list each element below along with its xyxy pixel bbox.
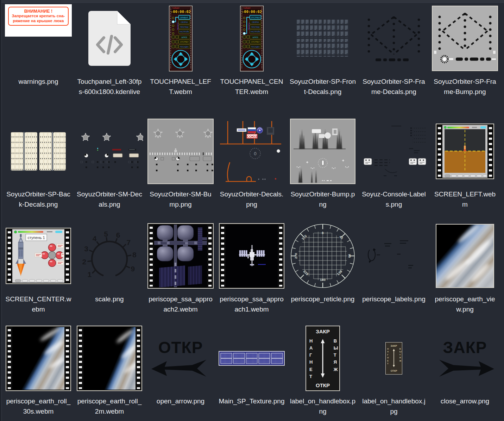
- film-holes: [489, 126, 492, 177]
- earth-roll-2m-thumbnail: [77, 326, 142, 391]
- file-item-approach1[interactable]: periscope_ssa_approach1.webm: [216, 221, 287, 324]
- svg-text:7: 7: [126, 238, 131, 246]
- file-item-orbiter-decals[interactable]: СОЮЗ 0 Soyuz: [216, 117, 287, 221]
- file-item-console-labels[interactable]: Soyuz-Console-Labels.png: [358, 117, 429, 221]
- handlebox-top-label: ЗАКР: [386, 345, 402, 347]
- file-item-earth-roll-30s[interactable]: periscope_earth_roll_30s.webm: [3, 324, 74, 421]
- handlebox-bottom-label: ОТКР: [306, 382, 339, 388]
- svg-text:НАСТРОЙК: НАСТРОЙК: [179, 30, 189, 33]
- screen-center-thumbnail: ступень 1: [6, 228, 71, 284]
- toolbar-bottom-edge: [2, 0, 504, 3]
- file-item-back-decals[interactable]: SoyuzOrbiter-SP-Back-Decals.png: [3, 117, 74, 221]
- svg-text:СБОРКА: СБОРКА: [252, 21, 259, 23]
- file-item-scale[interactable]: 1 2 3 4 5 6 7 8 9 scale.png: [74, 221, 145, 324]
- svg-text:ОРИЕНТ.: ОРИЕНТ.: [180, 16, 188, 18]
- close-arrow-thumbnail: ЗАКР: [435, 339, 495, 377]
- file-item-orbiter-bump[interactable]: SoyuzOrbiter-Bump.png: [287, 117, 358, 221]
- touchpanel-center-thumbnail: ТАЙМЕР -00:00:02 РЕЖИМЫ ОТСТРЕЛ СБОРКА: [240, 6, 264, 71]
- file-item-frame-decals[interactable]: SoyuzOrbiter-SP-Frame-Decals.png: [358, 4, 429, 117]
- svg-text:2: 2: [82, 258, 87, 266]
- file-item-screen-center[interactable]: ступень 1: [3, 221, 74, 324]
- double-arrow-icon: [320, 339, 325, 378]
- handlebox-top-label: ЗАКР: [306, 328, 339, 334]
- valve-icons: [82, 133, 143, 141]
- file-item-earth-roll-2m[interactable]: periscope_earth_roll_2m.webm: [74, 324, 145, 421]
- file-name: Main_SP_Texture.png: [219, 396, 285, 406]
- file-item-handlebox-jpg[interactable]: ЗАКР НАГНЕТ ВЫТЯЖ ОТКР label_on_handlebo…: [358, 324, 429, 421]
- file-item-screen-left[interactable]: SCREEN_LEFT.webm: [429, 117, 500, 221]
- file-name: Touchpanel_Left-30fps-600x1800.kdenlive: [76, 76, 143, 97]
- svg-text:РЕЖИМЫ: РЕЖИМЫ: [248, 23, 250, 30]
- svg-text:5: 5: [104, 230, 108, 238]
- film-holes: [8, 230, 11, 282]
- file-item-sm-bump[interactable]: SoyuzOrbiter-SM-Bump.png: [145, 117, 216, 221]
- file-item-front-decals[interactable]: SoyuzOrbiter-SP-Front-Decals.png: [287, 4, 358, 117]
- svg-text:ступень 1: ступень 1: [27, 235, 45, 240]
- file-item-frame-bump[interactable]: SoyuzOrbiter-SP-Frame-Bump.png: [429, 4, 500, 117]
- file-item-earth-view[interactable]: periscope_earth_view.png: [429, 221, 500, 324]
- file-name: SCREEN_CENTER.webm: [5, 294, 71, 314]
- file-name: SoyuzOrbiter-SM-Bump.png: [147, 189, 214, 209]
- svg-text:6: 6: [116, 231, 120, 239]
- file-name: label_on_handlebox.jpg: [361, 396, 427, 416]
- rotation-arrow-icon: [368, 249, 375, 261]
- file-row: periscope_earth_roll_30s.webm periscope_…: [3, 324, 500, 421]
- handlebox-bottom-label: ОТКР: [386, 370, 402, 372]
- svg-text:-00:00:02: -00:00:02: [171, 10, 191, 14]
- file-row: SoyuzOrbiter-SP-Back-Decals.png: [3, 117, 500, 221]
- double-arrow-icon: [392, 349, 395, 367]
- film-holes: [221, 225, 224, 287]
- file-item-warnings[interactable]: ВНИМАНИЕ ! Запрещается крепить сна- ряже…: [3, 4, 74, 117]
- svg-text:-00:00:02: -00:00:02: [242, 10, 262, 14]
- file-name: warnings.png: [18, 76, 58, 87]
- file-name: SoyuzOrbiter-Bump.png: [290, 189, 356, 209]
- console-labels-thumbnail: [360, 123, 427, 180]
- handlebox-left-label: НАГНЕТ: [309, 338, 312, 380]
- film-holes: [66, 328, 69, 389]
- svg-text:ШЛЮЗ: ШЛЮЗ: [252, 36, 258, 38]
- file-item-close-arrow[interactable]: ЗАКР close_arrow.png: [429, 324, 500, 421]
- file-grid: ВНИМАНИЕ ! Запрещается крепить сна- ряже…: [3, 4, 500, 421]
- camera-label-boxes: [364, 158, 426, 165]
- periscope-labels-thumbnail: [365, 237, 423, 275]
- file-name: periscope_ssa_approach2.webm: [147, 294, 214, 314]
- file-name: scale.png: [95, 294, 124, 304]
- file-name: SoyuzOrbiter-SP-Frame-Bump.png: [432, 76, 498, 97]
- file-item-approach2[interactable]: periscope_ssa_approach2.webm: [145, 221, 216, 324]
- film-holes: [438, 126, 441, 177]
- handlebox-right-label: ВЫТЯЖ: [334, 338, 336, 373]
- svg-text:ТАЙМЕР: ТАЙМЕР: [172, 7, 179, 9]
- left-arrow-icon: [151, 359, 210, 377]
- file-item-touchpanel-left[interactable]: ТАЙМЕР -00:00:02 РЕЖИМЫ ОРИЕНТ. СБОРКА: [145, 4, 216, 117]
- file-name: close_arrow.png: [441, 396, 489, 406]
- frame-decals-thumbnail: [365, 13, 422, 63]
- file-name: label_on_handlebox.png: [290, 396, 356, 416]
- file-item-sm-decals[interactable]: SoyuzOrbiter-SM-Decals.png: [74, 117, 145, 221]
- svg-text:ШЛЮЗ: ШЛЮЗ: [181, 36, 187, 38]
- back-decals-thumbnail: [11, 132, 66, 171]
- file-item-periscope-labels[interactable]: periscope_labels.png: [358, 221, 429, 324]
- warning-text: Запрещается крепить сна-: [9, 14, 68, 19]
- file-item-kdenlive[interactable]: Touchpanel_Left-30fps-600x1800.kdenlive: [74, 4, 145, 117]
- warning-text: ряжение на крышке люка: [9, 19, 68, 24]
- svg-text:НАСТРОЙК: НАСТРОЙК: [251, 30, 260, 33]
- open-arrow-thumbnail: ОТКР: [151, 339, 210, 377]
- svg-text:1: 1: [87, 270, 92, 278]
- file-item-main-sp-texture[interactable]: Main_SP_Texture.png: [216, 324, 287, 421]
- file-item-reticle[interactable]: 0 45 90 135 180 225 270 315 periscope_re…: [287, 221, 358, 324]
- file-row: ВНИМАНИЕ ! Запрещается крепить сна- ряже…: [3, 4, 500, 117]
- reticle-thumbnail: 0 45 90 135 180 225 270 315: [289, 222, 356, 289]
- svg-text:0: 0: [322, 231, 323, 235]
- file-item-touchpanel-center[interactable]: ТАЙМЕР -00:00:02 РЕЖИМЫ ОТСТРЕЛ СБОРКА: [216, 4, 287, 117]
- svg-text:СОЮЗ: СОЮЗ: [247, 135, 257, 138]
- file-item-handlebox-png[interactable]: ЗАКР НАГНЕТ ВЫТЯЖ ОТКР label_on_handlebo…: [287, 324, 358, 421]
- film-holes: [79, 328, 82, 389]
- svg-text:8: 8: [132, 251, 137, 259]
- screen-left-thumbnail: [436, 124, 494, 179]
- file-name: SoyuzOrbiter-SP-Front-Decals.png: [290, 76, 356, 97]
- file-name: SoyuzOrbiter-SM-Decals.png: [76, 189, 143, 209]
- file-item-open-arrow[interactable]: ОТКР open_arrow.png: [145, 324, 216, 421]
- file-name: periscope_earth_view.png: [432, 294, 498, 314]
- handlebox-png-thumbnail: ЗАКР НАГНЕТ ВЫТЯЖ ОТКР: [305, 326, 340, 391]
- handlebox-right-label: ВЫТЯЖ: [399, 347, 401, 362]
